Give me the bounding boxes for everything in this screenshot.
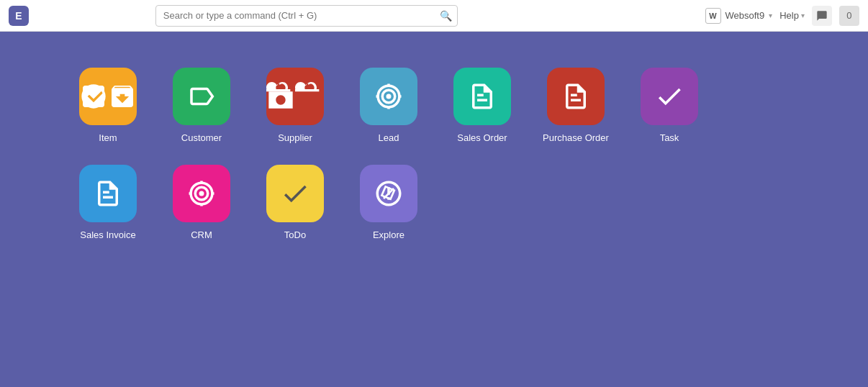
search-bar: 🔍	[155, 5, 458, 27]
app-icon-sales-invoice	[79, 165, 137, 222]
app-item-sales-order[interactable]: Sales Order	[446, 68, 518, 143]
app-label-sales-invoice: Sales Invoice	[80, 229, 135, 240]
workspace-label: Websoft9	[725, 10, 765, 21]
app-icon-lead	[360, 68, 417, 125]
app-item-supplier[interactable]: Supplier	[259, 68, 331, 143]
search-input[interactable]	[155, 5, 458, 27]
app-label-customer: Customer	[181, 132, 222, 143]
app-icon-supplier	[266, 68, 324, 125]
app-item-todo[interactable]: ToDo	[259, 165, 331, 240]
app-label-crm: CRM	[191, 229, 212, 240]
app-row-2: Sales Invoice CRM ToDo Explore	[72, 165, 796, 240]
app-icon-item	[79, 68, 137, 125]
notification-badge[interactable]: 0	[839, 6, 859, 26]
app-grid: Item Customer Supplier	[72, 68, 796, 240]
app-item-customer[interactable]: Customer	[166, 68, 238, 143]
app-icon-todo	[266, 165, 324, 222]
app-icon-sales-order	[453, 68, 511, 125]
app-item-sales-invoice[interactable]: Sales Invoice	[72, 165, 144, 240]
help-chevron: ▾	[801, 12, 805, 19]
app-logo: E	[9, 6, 29, 26]
main-content: Item Customer Supplier	[0, 32, 868, 387]
app-label-todo: ToDo	[284, 229, 306, 240]
app-item-item[interactable]: Item	[72, 68, 144, 143]
app-label-sales-order: Sales Order	[457, 132, 507, 143]
app-item-task[interactable]: Task	[633, 68, 705, 143]
app-label-explore: Explore	[373, 229, 404, 240]
app-row-1: Item Customer Supplier	[72, 68, 796, 143]
search-icon: 🔍	[440, 10, 452, 22]
app-label-purchase-order: Purchase Order	[543, 132, 609, 143]
topbar-right: W Websoft9 ▾ Help ▾ 0	[705, 6, 859, 26]
app-icon-crm	[173, 165, 230, 222]
workspace-chevron: ▾	[769, 12, 772, 19]
svg-point-7	[199, 191, 204, 196]
app-item-explore[interactable]: Explore	[353, 165, 425, 240]
app-label-supplier: Supplier	[278, 132, 312, 143]
help-button[interactable]: Help ▾	[779, 10, 805, 21]
app-label-item: Item	[99, 132, 117, 143]
app-icon-explore	[360, 165, 417, 222]
app-icon-customer	[173, 68, 230, 125]
app-label-task: Task	[660, 132, 679, 143]
app-item-lead[interactable]: Lead	[353, 68, 425, 143]
workspace-button[interactable]: W Websoft9 ▾	[705, 8, 773, 24]
app-item-crm[interactable]: CRM	[166, 165, 238, 240]
app-icon-purchase-order	[547, 68, 605, 125]
app-label-lead: Lead	[379, 132, 399, 143]
chat-icon[interactable]	[812, 6, 832, 26]
workspace-icon: W	[705, 8, 721, 24]
svg-point-0	[386, 94, 392, 99]
topbar: E 🔍 W Websoft9 ▾ Help ▾ 0	[0, 0, 868, 32]
help-label: Help	[779, 10, 799, 21]
app-item-purchase-order[interactable]: Purchase Order	[540, 68, 612, 143]
app-icon-task	[641, 68, 698, 125]
